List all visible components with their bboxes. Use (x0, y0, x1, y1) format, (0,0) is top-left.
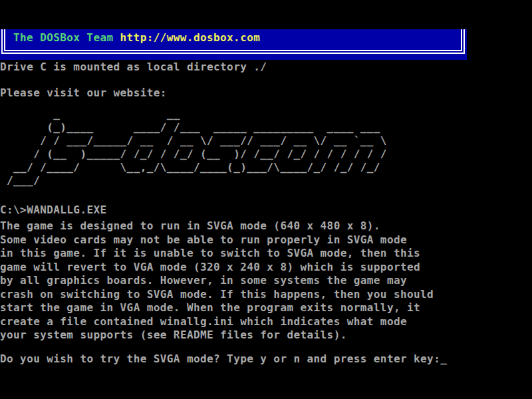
game-info-line: create a file contained winallg.ini whic… (0, 315, 434, 329)
svga-question-text: Do you wish to try the SVGA mode? Type y… (0, 352, 440, 365)
banner-spacer (114, 31, 120, 44)
command-prompt-line: C:\>WANDALLG.EXE (0, 203, 107, 217)
svga-question-line[interactable]: Do you wish to try the SVGA mode? Type y… (0, 352, 447, 366)
terminal-cursor: _ (440, 352, 447, 366)
dosbox-team-label: The DOSBox Team (13, 31, 114, 44)
banner-title-line: The DOSBox Team http://www.dosbox.com (13, 31, 260, 45)
game-info-line: in this game. If it is unable to switch … (0, 247, 434, 261)
dosbox-banner: The DOSBox Team http://www.dosbox.com (0, 29, 467, 60)
game-info-paragraph: The game is designed to run in SVGA mode… (0, 219, 434, 342)
ascii-logo-line: / / ___/_____/ __ / __ \/ ___// ___/ __ … (0, 134, 387, 148)
game-info-line: Some video cards may not be able to run … (0, 233, 434, 247)
ascii-logo-line: / (__ )_____/ /_/ / /_/ (__ )/ /__/ /_/ … (0, 148, 387, 161)
dosbox-url-text: http://www.dosbox.com (120, 31, 261, 44)
terminal-screen[interactable]: The DOSBox Team http://www.dosbox.com Dr… (0, 0, 532, 399)
game-info-line: crash on switching to SVGA mode. If this… (0, 288, 434, 302)
game-info-line: The game is designed to run in SVGA mode… (0, 219, 434, 233)
game-info-line: by all graphics boards. However, in some… (0, 274, 434, 288)
game-info-line: game will revert to VGA mode (320 x 240 … (0, 261, 434, 275)
ascii-logo-line: _ __ (0, 108, 387, 121)
ascii-logo-line: __/ /____/ \__,_/\____/____(_)___/\____/… (0, 161, 387, 174)
ascii-logo-line: (_)____ ____/ /___ _____ _________ ____ … (0, 121, 387, 134)
game-info-line: start the game in VGA mode. When the pro… (0, 301, 434, 315)
visit-prompt-line: Please visit our website: (0, 86, 167, 100)
game-info-line: your system supports (see README files f… (0, 329, 434, 342)
jsdos-ascii-logo: _ __ (_)____ ____/ /___ _____ _________ … (0, 108, 387, 188)
ascii-logo-line: /___/ (0, 174, 387, 188)
mount-status-line: Drive C is mounted as local directory ./ (0, 61, 267, 74)
